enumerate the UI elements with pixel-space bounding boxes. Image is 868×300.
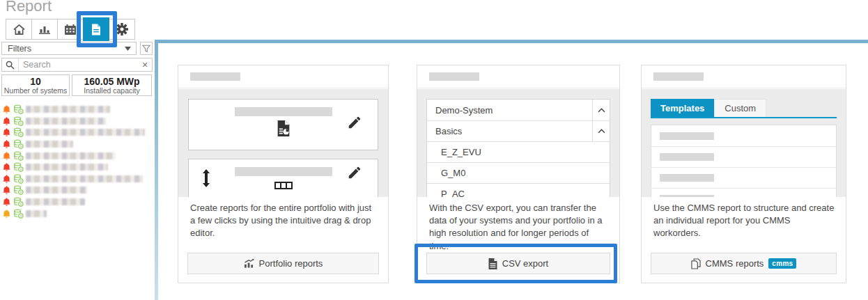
search-input[interactable]: [19, 60, 138, 70]
system-list-item[interactable]: [2, 116, 152, 127]
toolbar-settings-button[interactable]: [109, 19, 135, 40]
system-name-redacted: [26, 118, 106, 125]
stat-value: 160.05 MWp: [72, 76, 151, 87]
toolbar-analysis-button[interactable]: [31, 19, 58, 40]
csv-preview-list: Demo-SystemBasicsE_Z_EVUG_M0P_AC: [426, 99, 610, 197]
csv-tree-row: G_M0: [427, 162, 610, 183]
header-skeleton: [190, 72, 240, 81]
card-portfolio-reports: Create reports for the entire portfolio …: [178, 65, 389, 283]
system-name-redacted: [26, 106, 110, 113]
stat-number-of-systems: 10 Number of systems: [1, 74, 70, 96]
row-skeleton: [660, 174, 714, 182]
alarm-bell-icon: [2, 185, 11, 195]
toolbar-home-button[interactable]: [6, 19, 32, 40]
cmms-reports-button[interactable]: CMMS reports cmms: [651, 253, 837, 274]
button-label: CMMS reports: [706, 258, 764, 269]
csv-tree-label: Demo-System: [427, 105, 592, 116]
system-type-icon: [13, 209, 24, 219]
csv-tree-label: E_Z_EVU: [427, 147, 610, 157]
system-list: [2, 104, 152, 219]
gear-icon: [116, 23, 128, 35]
clear-search-icon[interactable]: ✕: [138, 61, 152, 70]
system-list-item[interactable]: [2, 104, 152, 116]
system-search: ✕: [1, 58, 153, 72]
home-icon: [13, 24, 25, 35]
system-name-redacted: [26, 198, 85, 205]
system-type-icon: [13, 116, 24, 126]
csv-export-button[interactable]: CSV export: [426, 253, 610, 274]
stat-installed-capacity: 160.05 MWp Installed capacity: [72, 74, 152, 96]
report-icon: [91, 24, 101, 35]
button-label: Portfolio reports: [259, 258, 323, 269]
system-list-item[interactable]: [2, 173, 152, 185]
stat-label: Installed capacity: [72, 87, 151, 95]
csv-file-icon: [488, 258, 497, 269]
system-name-redacted: [26, 141, 73, 148]
csv-tree-label: G_M0: [427, 168, 610, 178]
editor-row-preview: [188, 99, 378, 150]
system-list-item[interactable]: [2, 127, 152, 139]
calendar-icon: [65, 24, 76, 35]
toolbar-report-button[interactable]: [83, 17, 109, 41]
system-type-icon: [13, 104, 24, 114]
system-type-icon: [13, 174, 24, 184]
portfolio-reports-button[interactable]: Portfolio reports: [187, 253, 379, 274]
system-type-icon: [13, 162, 24, 172]
funnel-icon: [142, 45, 150, 53]
card-description: With the CSV export, you can transfer th…: [429, 202, 610, 253]
alarm-bell-icon: [2, 162, 11, 172]
alarm-bell-icon: [2, 209, 11, 219]
header-skeleton: [429, 72, 479, 81]
system-list-item[interactable]: [2, 150, 152, 161]
move-updown-icon: [201, 169, 211, 187]
content-frame-left: [155, 40, 158, 300]
csv-tree-row: P_AC: [427, 183, 610, 197]
button-label: CSV export: [502, 258, 548, 269]
filters-dropdown[interactable]: Filters: [1, 42, 137, 55]
alarm-bell-icon: [2, 127, 11, 137]
card-header: [417, 65, 619, 88]
system-list-item[interactable]: [2, 184, 152, 196]
system-list-item[interactable]: [2, 161, 152, 173]
system-name-redacted: [26, 164, 108, 171]
cmms-preview: Templates Custom: [642, 89, 846, 197]
chevron-up-icon: [592, 100, 610, 120]
alarm-bell-icon: [2, 151, 11, 161]
template-skeleton-row: [651, 188, 836, 197]
card-description: Create reports for the entire portfolio …: [190, 202, 378, 240]
system-type-icon: [13, 127, 24, 137]
system-name-redacted: [26, 210, 47, 217]
view-toolbar: [6, 19, 135, 41]
csv-tree-label: P_AC: [427, 189, 610, 197]
card-csv-export: Demo-SystemBasicsE_Z_EVUG_M0P_AC With th…: [417, 65, 620, 283]
template-skeleton-row: [651, 167, 836, 188]
card-header: [178, 65, 388, 88]
stat-value: 10: [2, 76, 69, 87]
filter-funnel-button[interactable]: [140, 42, 153, 55]
pencil-icon: [347, 115, 362, 130]
system-type-icon: [13, 185, 24, 195]
text-skeleton: [235, 107, 332, 116]
tab-templates: Templates: [651, 99, 714, 117]
tab-custom: Custom: [714, 99, 766, 117]
report-chart-icon: [276, 120, 290, 137]
system-type-icon: [13, 139, 24, 149]
header-skeleton: [653, 72, 704, 81]
system-list-item[interactable]: [2, 139, 152, 150]
page-title: Report: [6, 0, 52, 15]
drag-drop-editor-preview: [178, 89, 388, 197]
system-name-redacted: [26, 152, 115, 159]
row-skeleton: [660, 195, 714, 197]
content-frame-top: [155, 40, 868, 43]
stat-label: Number of systems: [2, 87, 69, 95]
alarm-bell-icon: [2, 104, 11, 114]
copy-pages-icon: [691, 258, 701, 269]
csv-tree-label: Basics: [427, 126, 592, 136]
system-list-item[interactable]: [2, 196, 152, 208]
toolbar-calendar-button[interactable]: [57, 19, 84, 40]
alarm-bell-icon: [2, 116, 11, 126]
filters-label: Filters: [2, 44, 125, 54]
bar-chart-icon: [39, 24, 50, 34]
template-skeleton-row: [651, 146, 836, 167]
system-list-item[interactable]: [2, 207, 152, 219]
